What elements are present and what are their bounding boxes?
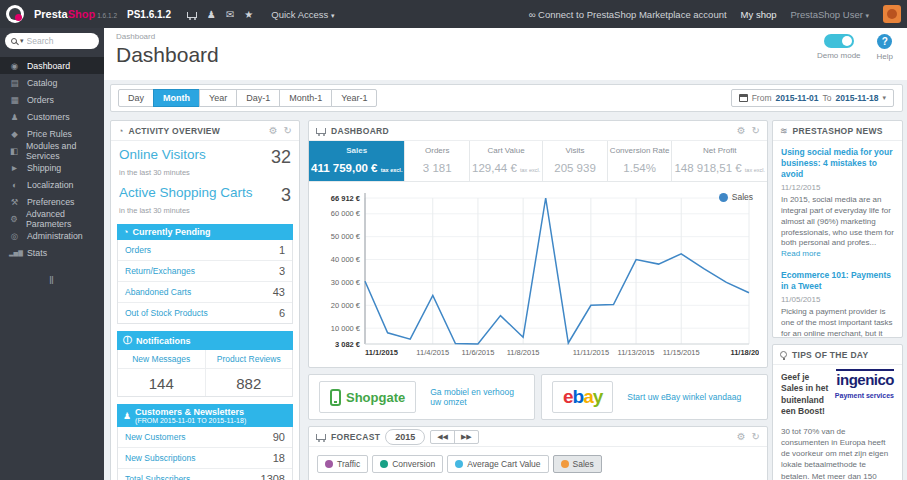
range-year-1-button[interactable]: Year-1 xyxy=(331,89,377,107)
forecast-next-button[interactable]: ▶▶ xyxy=(454,431,478,443)
gear-icon[interactable]: ⚙ xyxy=(737,125,746,136)
date-range-picker[interactable]: From2015-11-01 To2015-11-18 ▾ xyxy=(731,89,894,107)
new-subscriptions-link[interactable]: New Subscriptions xyxy=(125,453,195,463)
panel-title: FORECAST xyxy=(331,432,380,442)
date-to: 2015-11-18 xyxy=(835,93,878,103)
sidebar-item-orders[interactable]: ▦Orders xyxy=(0,91,104,108)
out-of-stock-link[interactable]: Out of Stock Products xyxy=(125,308,208,318)
refresh-icon[interactable]: ↻ xyxy=(752,431,760,442)
new-customers-link[interactable]: New Customers xyxy=(125,432,185,442)
cart-icon[interactable] xyxy=(187,9,197,20)
product-reviews-cell[interactable]: Product Reviews 882 xyxy=(205,350,293,396)
svg-text:11/13/2015: 11/13/2015 xyxy=(618,348,655,357)
average-cart-value-dot-icon xyxy=(455,460,463,468)
range-day-1-button[interactable]: Day-1 xyxy=(236,89,280,107)
sidebar-item-advanced-parameters[interactable]: ⚙Advanced Parameters xyxy=(0,210,104,227)
abandoned-carts-link[interactable]: Abandoned Carts xyxy=(125,287,191,297)
dashboard-panel: DASHBOARD ⚙↻ Sales 411 759,00 € tax excl… xyxy=(308,120,768,368)
help-label: Help xyxy=(877,52,893,61)
sidebar-item-shipping[interactable]: ►Shipping xyxy=(0,159,104,176)
sidebar-item-dashboard[interactable]: ◉Dashboard xyxy=(0,57,104,74)
pending-returns-link[interactable]: Return/Exchanges xyxy=(125,266,195,276)
toggle-sales[interactable]: Sales xyxy=(553,455,602,473)
news-article: Using social media for your business: 4 … xyxy=(781,147,894,260)
sidebar-search[interactable]: ▾ xyxy=(5,33,99,49)
kpi-conversion-rate[interactable]: Conversion Rate 1.54% xyxy=(608,141,673,181)
help-icon[interactable]: ? xyxy=(877,34,892,49)
news-article-title[interactable]: Ecommerce 101: Payments in a Tweet xyxy=(781,270,894,292)
clock-icon: ◔ xyxy=(118,126,123,136)
range-month-1-button[interactable]: Month-1 xyxy=(279,89,332,107)
trophy-icon[interactable]: ★ xyxy=(244,9,253,20)
sidebar-item-stats[interactable]: ▂▅▇Stats xyxy=(0,244,104,261)
traffic-dot-icon xyxy=(325,460,333,468)
sidebar-item-modules[interactable]: ◧Modules and Services xyxy=(0,142,104,159)
panel-title: DASHBOARD xyxy=(331,126,732,136)
range-year-button[interactable]: Year xyxy=(199,89,237,107)
quick-access-menu[interactable]: Quick Access ▾ xyxy=(271,9,334,20)
forecast-prev-button[interactable]: ◀◀ xyxy=(431,431,454,443)
rss-icon: ≋ xyxy=(780,126,788,136)
svg-text:30 000 €: 30 000 € xyxy=(331,278,361,287)
lightbulb-icon xyxy=(780,351,787,358)
active-carts-link[interactable]: Active Shopping Carts xyxy=(119,185,253,200)
user-avatar[interactable] xyxy=(883,5,901,23)
user-menu[interactable]: PrestaShop User ▾ xyxy=(791,9,870,20)
sidebar-item-catalog[interactable]: ▤Catalog xyxy=(0,74,104,91)
sidebar-item-administration[interactable]: ◎Administration xyxy=(0,227,104,244)
kpi-net-profit[interactable]: Net Profit 148 918,51 € tax excl. xyxy=(672,141,767,181)
range-button-group: Day Month Year Day-1 Month-1 Year-1 xyxy=(119,89,377,107)
sidebar-item-customers[interactable]: ♟Customers xyxy=(0,108,104,125)
sales-chart-area: 3 082 €10 000 €20 000 €30 000 €40 000 €5… xyxy=(309,184,767,366)
ebay-logo: ebay xyxy=(552,381,613,413)
stats-icon: ▂▅▇ xyxy=(9,249,20,256)
tips-of-the-day-panel: TIPS OF THE DAY ingenico Payment service… xyxy=(772,344,903,480)
svg-text:11/11/2015: 11/11/2015 xyxy=(573,348,609,357)
shopgate-card: Shopgate Ga mobiel en verhoog uw omzet xyxy=(308,374,535,420)
chart-legend[interactable]: Sales xyxy=(719,192,753,202)
sidebar-item-price-rules[interactable]: ◆Price Rules xyxy=(0,125,104,142)
gear-icon[interactable]: ⚙ xyxy=(737,431,746,442)
new-messages-cell[interactable]: New Messages 144 xyxy=(118,350,205,396)
pending-orders-link[interactable]: Orders xyxy=(125,245,151,255)
panel-title: PRESTASHOP NEWS xyxy=(793,126,895,136)
kpi-orders[interactable]: Orders 3 181 xyxy=(405,141,470,181)
svg-text:60 000 €: 60 000 € xyxy=(331,209,361,218)
notifications-header: ⓘNotifications xyxy=(117,331,293,350)
demo-mode-toggle[interactable] xyxy=(824,34,854,48)
refresh-icon[interactable]: ↻ xyxy=(284,125,292,136)
kpi-sales[interactable]: Sales 411 759,00 € tax excl. xyxy=(309,141,405,181)
range-day-button[interactable]: Day xyxy=(118,89,154,107)
sidebar-collapse-button[interactable]: Ⅱ xyxy=(0,275,104,286)
envelope-icon[interactable]: ✉ xyxy=(226,9,234,20)
ebay-link[interactable]: Start uw eBay winkel vandaag xyxy=(627,392,741,402)
news-article-excerpt: Picking a payment provider is one of the… xyxy=(781,307,894,338)
toggle-average-cart-value[interactable]: Average Cart Value xyxy=(447,455,548,473)
svg-text:11/15/2015: 11/15/2015 xyxy=(663,348,700,357)
total-subscribers-link[interactable]: Total Subscribers xyxy=(125,474,190,480)
kpi-visits[interactable]: Visits 205 939 xyxy=(543,141,608,181)
chevron-down-icon[interactable]: ▾ xyxy=(20,37,24,45)
read-more-link[interactable]: Read more xyxy=(781,249,821,258)
sidebar-item-preferences[interactable]: ⚒Preferences xyxy=(0,193,104,210)
shopgate-link[interactable]: Ga mobiel en verhoog uw omzet xyxy=(430,387,524,407)
marketplace-link[interactable]: ∞ Connect to PrestaShop Marketplace acco… xyxy=(529,9,727,20)
catalog-icon: ▤ xyxy=(9,78,20,88)
online-visitors-link[interactable]: Online Visitors xyxy=(119,147,206,162)
shipping-icon: ► xyxy=(9,163,20,173)
sidebar-item-localization[interactable]: ◐Localization xyxy=(0,176,104,193)
toggle-traffic[interactable]: Traffic xyxy=(317,455,368,473)
kpi-cart-value[interactable]: Cart Value 129,44 € tax excl. xyxy=(470,141,543,181)
person-icon[interactable]: ♟ xyxy=(207,9,216,20)
search-input[interactable] xyxy=(27,36,85,46)
globe-icon: ◐ xyxy=(9,180,20,190)
cart-icon xyxy=(316,432,326,442)
toggle-conversion[interactable]: Conversion xyxy=(372,455,443,473)
news-article-title[interactable]: Using social media for your business: 4 … xyxy=(781,147,894,180)
price-rules-icon: ◆ xyxy=(9,129,20,139)
svg-text:11/1/2015: 11/1/2015 xyxy=(365,348,398,357)
my-shop-link[interactable]: My shop xyxy=(741,9,777,20)
gear-icon[interactable]: ⚙ xyxy=(269,125,278,136)
range-month-button[interactable]: Month xyxy=(153,89,200,107)
refresh-icon[interactable]: ↻ xyxy=(752,125,760,136)
